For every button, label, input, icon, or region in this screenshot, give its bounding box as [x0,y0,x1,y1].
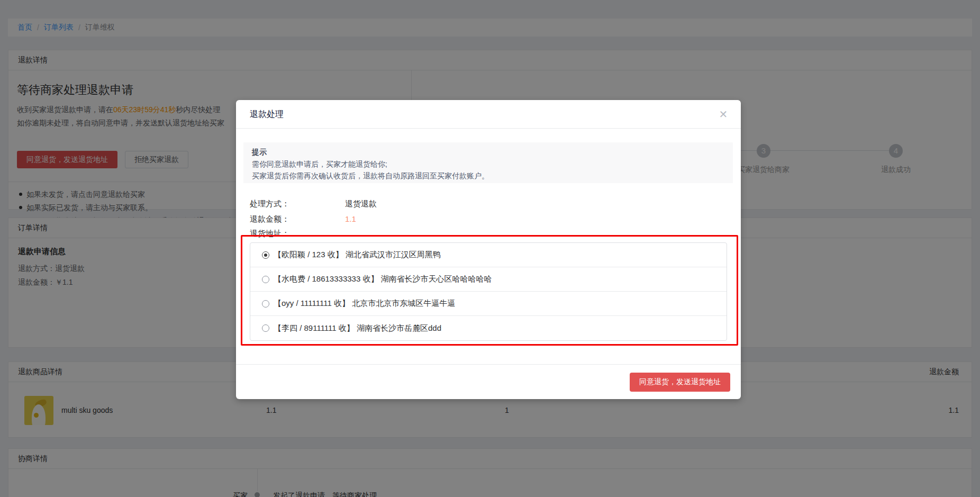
refund-process-modal: 退款处理 ✕ 提示 需你同意退款申请后，买家才能退货给你; 买家退货后你需再次确… [236,100,741,399]
modal-amount-row: 退款金额：1.1 [250,214,356,224]
modal-header: 退款处理 [236,100,741,129]
return-address-list: 【欧阳颖 / 123 收】 湖北省武汉市江汉区周黑鸭 【水电费 / 186133… [250,242,727,341]
address-option-1[interactable]: 【欧阳颖 / 123 收】 湖北省武汉市江汉区周黑鸭 [250,243,727,267]
modal-footer: 同意退货，发送退货地址 [236,364,741,399]
radio-icon[interactable] [262,300,269,308]
confirm-agree-return-button[interactable]: 同意退货，发送退货地址 [630,373,730,392]
modal-method-row: 处理方式：退货退款 [250,199,377,209]
modal-address-row: 退货地址： [250,229,345,239]
tip-line: 需你同意退款申请后，买家才能退货给你; [252,159,724,169]
modal-title: 退款处理 [250,110,284,119]
radio-icon[interactable] [262,276,269,283]
address-option-4[interactable]: 【李四 / 89111111 收】 湖南省长沙市岳麓区ddd [250,316,727,340]
modal-refund-amount: 1.1 [345,214,356,223]
tip-line: 买家退货后你需再次确认收货后，退款将自动原路退回至买家付款账户。 [252,171,724,180]
close-icon[interactable]: ✕ [718,109,729,120]
address-option-2[interactable]: 【水电费 / 18613333333 收】 湖南省长沙市天心区哈哈哈哈哈 [250,267,727,292]
modal-tip-box: 提示 需你同意退款申请后，买家才能退货给你; 买家退货后你需再次确认收货后，退款… [243,142,733,183]
address-option-3[interactable]: 【oyy / 11111111 收】 北京市北京市东城区牛逼牛逼 [250,292,727,316]
tip-title: 提示 [252,148,724,157]
radio-icon[interactable] [262,251,269,259]
radio-icon[interactable] [262,324,269,332]
